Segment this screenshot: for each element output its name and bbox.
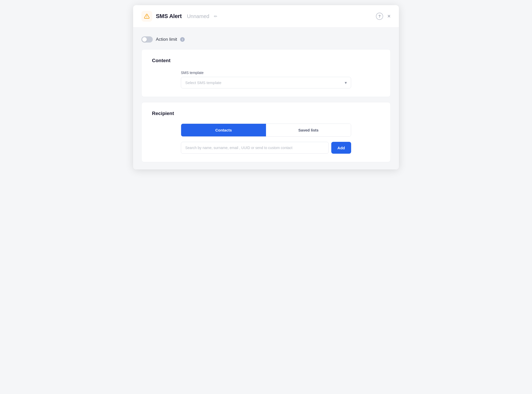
action-limit-info-icon[interactable]: i [180, 37, 185, 42]
modal-title: SMS Alert [156, 13, 182, 20]
header-actions: ? × [376, 13, 391, 20]
tab-contacts[interactable]: Contacts [181, 124, 266, 136]
modal-subtitle: Unnamed [187, 13, 209, 19]
modal-body: Action limit i Content SMS template Sele… [133, 28, 399, 169]
recipient-search-row: Add [181, 142, 351, 154]
modal-container: SMS Alert Unnamed ✏ ? × Action limit i C… [133, 5, 399, 169]
sms-template-group: SMS template Select SMS template ▼ [181, 71, 351, 88]
modal-header: SMS Alert Unnamed ✏ ? × [133, 5, 399, 28]
add-recipient-button[interactable]: Add [331, 142, 351, 154]
recipient-tabs: Contacts Saved lists [181, 124, 351, 137]
recipient-card: Recipient Contacts Saved lists Add [141, 102, 391, 162]
content-card: Content SMS template Select SMS template… [141, 49, 391, 97]
action-limit-toggle[interactable] [141, 36, 153, 43]
svg-point-1 [147, 17, 147, 18]
recipient-card-title: Recipient [152, 111, 380, 116]
close-icon[interactable]: × [387, 13, 391, 19]
sms-template-select[interactable]: Select SMS template [181, 77, 351, 88]
sms-template-select-wrapper: Select SMS template ▼ [181, 77, 351, 88]
edit-name-icon[interactable]: ✏ [214, 14, 217, 19]
tab-saved-lists[interactable]: Saved lists [266, 124, 351, 136]
recipient-search-input[interactable] [181, 142, 329, 154]
sms-template-label: SMS template [181, 71, 351, 75]
content-card-title: Content [152, 58, 380, 63]
toggle-slider [141, 36, 153, 43]
alert-icon-wrap [141, 11, 152, 22]
action-limit-row: Action limit i [141, 35, 391, 44]
alert-triangle-icon [144, 13, 150, 19]
help-icon[interactable]: ? [376, 13, 383, 20]
action-limit-label: Action limit [156, 37, 177, 42]
